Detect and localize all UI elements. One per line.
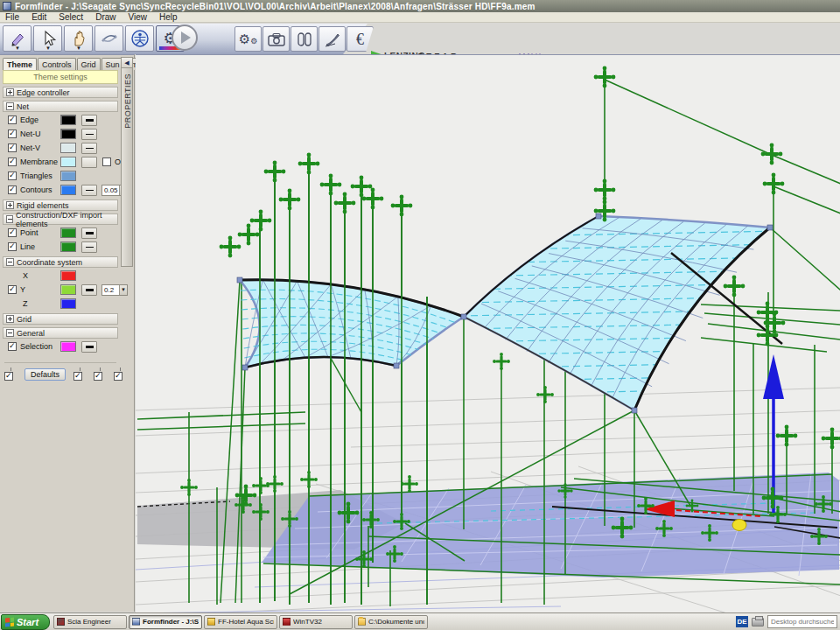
group-dxf-import[interactable]: Construction/DXF import elements (3, 214, 118, 225)
coord-row-z: Z (1, 297, 120, 311)
selection-checkbox[interactable] (8, 342, 17, 351)
task-ff-hotel[interactable]: FF-Hotel Aqua Screensh... (204, 615, 277, 629)
expand-icon[interactable] (6, 315, 14, 323)
net-u-checkbox[interactable] (8, 130, 17, 138)
start-button[interactable]: Start (1, 614, 50, 630)
z-axis-color-swatch[interactable] (60, 298, 76, 309)
snapshot-button[interactable] (262, 26, 290, 52)
cursor-icon (39, 30, 57, 47)
net-v-color-swatch[interactable] (60, 143, 76, 153)
task-formfinder[interactable]: Formfinder - J:\Seaga... (129, 615, 202, 629)
group-edge-controller[interactable]: Edge controller (3, 87, 118, 98)
point-checkbox[interactable] (8, 228, 17, 237)
net-row-net-v: Net-V (1, 141, 120, 155)
menu-help[interactable]: Help (159, 12, 178, 22)
membrane-color-swatch[interactable] (60, 157, 76, 167)
properties-panel: Theme Controls Grid Sun Images Theme set… (0, 54, 135, 612)
viewport-3d-scene[interactable] (136, 55, 840, 612)
y-axis-checkbox[interactable] (8, 285, 17, 294)
edge-linestyle-button[interactable] (81, 115, 97, 126)
net-v-checkbox[interactable] (8, 144, 17, 152)
sign-button[interactable] (318, 26, 346, 52)
net-row-edge: Edge (1, 113, 120, 127)
draw-tool-button[interactable]: ▼ (3, 25, 32, 52)
membrane-on-checkbox[interactable] (102, 158, 111, 166)
language-indicator[interactable]: DE (736, 616, 748, 627)
collapse-icon[interactable] (6, 215, 13, 223)
group-general[interactable]: General (3, 327, 118, 339)
group-coordinate-system[interactable]: Coordinate system (3, 256, 118, 268)
defaults-checkbox-1[interactable] (4, 372, 13, 381)
defaults-checkbox-4[interactable] (114, 372, 122, 381)
task-wintv32[interactable]: WinTV32 (279, 615, 353, 629)
edge-checkbox[interactable] (8, 116, 17, 124)
desktop-search-input[interactable] (767, 615, 837, 628)
selection-linestyle-button[interactable] (81, 341, 97, 353)
line-linestyle-button[interactable] (81, 242, 97, 253)
task-dokumente[interactable]: C:\Dokumente und Einst... (354, 615, 428, 629)
pan-tool-button[interactable]: ▼ (64, 25, 93, 52)
viewport (136, 54, 840, 612)
select-tool-button[interactable]: ▼ (33, 25, 62, 52)
view-human-button[interactable] (125, 25, 154, 52)
screenshot-folder-icon (207, 618, 215, 626)
selection-color-swatch[interactable] (60, 341, 76, 352)
collapse-icon[interactable] (6, 102, 14, 110)
tab-theme[interactable]: Theme (3, 58, 37, 70)
dropdown-arrow-icon[interactable]: ▼ (15, 46, 20, 51)
menu-view[interactable]: View (129, 12, 148, 22)
point-linestyle-button[interactable] (81, 228, 97, 239)
materials-button[interactable] (290, 26, 318, 52)
cost-button[interactable]: € (346, 26, 374, 52)
net-row-net-u: Net-U (1, 127, 120, 141)
line-checkbox[interactable] (8, 242, 17, 251)
group-rigid-elements[interactable]: Rigid elements (3, 200, 118, 211)
menu-draw[interactable]: Draw (95, 12, 116, 22)
toolbar: ▼ ▼ ▼ ⚙ ⚙⚙ (0, 24, 840, 54)
contours-color-swatch[interactable] (60, 185, 76, 195)
net-v-linestyle-button[interactable] (81, 143, 97, 154)
defaults-checkbox-2[interactable] (74, 372, 82, 381)
collapse-panel-arrow-icon[interactable]: ◀ (122, 58, 132, 68)
material-rolls-icon (297, 32, 312, 47)
contours-linestyle-button[interactable] (81, 185, 97, 196)
membrane-checkbox[interactable] (8, 158, 17, 166)
menu-select[interactable]: Select (59, 12, 83, 22)
y-axis-linestyle-button[interactable] (81, 284, 97, 296)
net-u-linestyle-button[interactable] (81, 129, 97, 140)
y-axis-color-swatch[interactable] (60, 284, 76, 295)
group-net[interactable]: Net (3, 101, 118, 112)
mechanism-button[interactable]: ⚙⚙ (234, 26, 262, 52)
net-u-color-swatch[interactable] (60, 129, 76, 139)
triangles-checkbox[interactable] (8, 172, 17, 180)
scia-engineer-icon (57, 618, 65, 626)
tab-controls[interactable]: Controls (38, 58, 76, 70)
triangles-color-swatch[interactable] (60, 171, 76, 181)
windows-flag-icon (5, 617, 14, 626)
collapse-icon[interactable] (6, 329, 14, 337)
dropdown-arrow-icon[interactable]: ▼ (46, 46, 51, 51)
x-axis-color-swatch[interactable] (60, 270, 76, 281)
edge-color-swatch[interactable] (60, 115, 76, 125)
dropdown-arrow-icon[interactable]: ▼ (76, 46, 81, 51)
orbit-tool-button[interactable] (94, 25, 123, 52)
contours-checkbox[interactable] (8, 186, 17, 194)
line-color-swatch[interactable] (60, 242, 76, 252)
play-button[interactable] (172, 24, 198, 51)
origin-marker-yellow (732, 520, 746, 531)
tab-grid[interactable]: Grid (77, 58, 101, 70)
chevron-down-icon[interactable]: ▼ (119, 285, 127, 295)
expand-icon[interactable] (6, 88, 14, 96)
point-color-swatch[interactable] (60, 228, 76, 238)
y-axis-scale-combo[interactable]: 0.2 ▼ (102, 284, 128, 296)
printer-icon[interactable] (752, 618, 764, 626)
menu-edit[interactable]: Edit (32, 12, 46, 22)
group-grid[interactable]: Grid (3, 313, 118, 325)
membrane-style-button[interactable] (81, 157, 97, 168)
task-scia-engineer[interactable]: Scia Engineer (53, 615, 127, 629)
menu-file[interactable]: File (5, 12, 19, 22)
defaults-button[interactable]: Defaults (24, 368, 66, 381)
defaults-checkbox-3[interactable] (94, 372, 102, 381)
expand-icon[interactable] (6, 201, 14, 209)
collapse-icon[interactable] (6, 258, 14, 266)
